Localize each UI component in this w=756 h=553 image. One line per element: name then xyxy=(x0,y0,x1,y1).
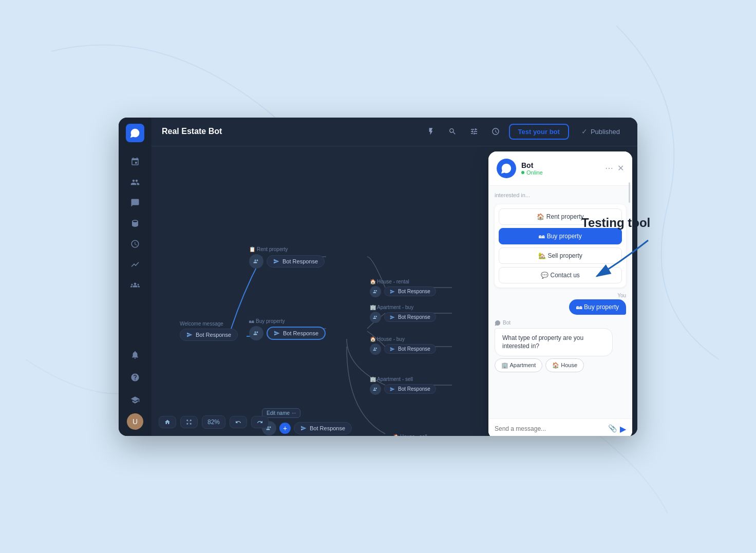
canvas: Welcome message Bot Response 📋Rent prope… xyxy=(152,146,637,436)
settings-icon[interactable] xyxy=(466,123,482,140)
status-dot xyxy=(521,171,524,174)
bot-response-wrap: Bot What type of property are you intere… xyxy=(495,320,626,373)
check-icon: ✓ xyxy=(581,127,588,136)
sidebar-item-trends[interactable] xyxy=(126,255,144,274)
chat-input-actions: 📎 ▶ xyxy=(608,424,626,434)
lightning-icon[interactable] xyxy=(423,123,439,140)
chat-header-info: Bot Online xyxy=(521,161,600,176)
intro-text: interested in... xyxy=(495,192,626,198)
apartment-sell-node[interactable]: 🏢Apartment - sell Bot Response xyxy=(370,376,436,395)
scrollbar[interactable] xyxy=(629,186,630,203)
house-buy-node[interactable]: 🏠House - buy Bot Response xyxy=(370,336,436,355)
home-view-button[interactable] xyxy=(159,416,176,428)
add-node-button[interactable]: + xyxy=(279,423,291,434)
rent-property-node[interactable]: 📋Rent property Bot Response xyxy=(249,246,325,269)
send-icon[interactable]: ▶ xyxy=(620,424,626,434)
sidebar-item-notifications[interactable] xyxy=(126,346,144,364)
add-node-area: + Bot Response xyxy=(262,421,352,435)
welcome-node-label: Welcome message xyxy=(180,321,238,327)
topbar-actions: Test your bot ✓ Published xyxy=(423,123,627,140)
test-bot-button[interactable]: Test your bot xyxy=(509,124,569,140)
sidebar-item-users[interactable] xyxy=(126,173,144,192)
chat-input-area: 📎 ▶ xyxy=(488,418,632,436)
more-icon[interactable]: ⋯ xyxy=(605,163,613,173)
canvas-toolbar: 82% xyxy=(159,415,269,429)
sidebar-item-analytics[interactable] xyxy=(126,235,144,253)
testing-tool-wrap: Testing tool xyxy=(581,216,664,294)
avatar[interactable]: U xyxy=(127,413,143,430)
apartment-option[interactable]: 🏢 Apartment xyxy=(495,358,542,372)
buy-property-node[interactable]: 🏘Buy property Bot Response xyxy=(249,318,326,340)
attachment-icon[interactable]: 📎 xyxy=(608,424,617,434)
sidebar-item-database[interactable] xyxy=(126,214,144,233)
redo-button[interactable] xyxy=(251,416,269,428)
testing-tool-label: Testing tool xyxy=(581,216,664,230)
main-window: U Real Estate Bot Test your bot xyxy=(119,118,637,436)
inline-options: 🏢 Apartment 🏠 House xyxy=(495,358,626,372)
sidebar-bottom: U xyxy=(126,346,144,430)
user-message-wrap: You 🏘 Buy property xyxy=(495,293,626,315)
chat-header-actions: ⋯ ✕ xyxy=(605,163,624,173)
clock-icon[interactable] xyxy=(487,123,504,140)
user-bubble: 🏘 Buy property xyxy=(569,299,626,315)
content-area: Real Estate Bot Test your bot ✓ Publishe xyxy=(152,118,637,436)
bot-bubble: What type of property are you interested… xyxy=(495,328,613,357)
sidebar-logo[interactable] xyxy=(126,124,144,142)
sidebar: U xyxy=(119,118,152,436)
topbar: Real Estate Bot Test your bot ✓ Publishe xyxy=(152,118,637,146)
chat-bot-avatar xyxy=(497,159,516,178)
house-sell-label: 🏠House - sell xyxy=(393,434,427,436)
chat-input[interactable] xyxy=(495,425,604,432)
bot-status: Online xyxy=(521,169,600,176)
bottom-bot-response[interactable]: Bot Response xyxy=(294,422,352,434)
sidebar-item-conversations[interactable] xyxy=(126,194,144,212)
zoom-level: 82% xyxy=(202,415,225,429)
bot-name: Bot xyxy=(521,161,600,169)
sidebar-item-team[interactable] xyxy=(126,276,144,294)
apartment-buy-node[interactable]: 🏢Apartment - buy Bot Response xyxy=(370,304,436,323)
page-title: Real Estate Bot xyxy=(162,127,423,136)
house-option[interactable]: 🏠 House xyxy=(545,358,584,372)
published-button[interactable]: ✓ Published xyxy=(574,124,627,139)
chat-header: Bot Online ⋯ ✕ xyxy=(488,151,632,186)
sidebar-item-academy[interactable] xyxy=(126,391,144,409)
bot-small-label: Bot xyxy=(495,320,626,326)
search-icon[interactable] xyxy=(444,123,461,140)
welcome-node[interactable]: Welcome message Bot Response xyxy=(180,321,238,341)
house-rental-node[interactable]: 🏠House - rental Bot Response xyxy=(370,279,436,297)
undo-button[interactable] xyxy=(230,416,247,428)
sidebar-item-help[interactable] xyxy=(126,368,144,387)
testing-tool-arrow xyxy=(581,230,664,292)
fit-view-button[interactable] xyxy=(180,416,198,428)
close-icon[interactable]: ✕ xyxy=(617,163,624,173)
sidebar-item-flow[interactable] xyxy=(126,152,144,171)
